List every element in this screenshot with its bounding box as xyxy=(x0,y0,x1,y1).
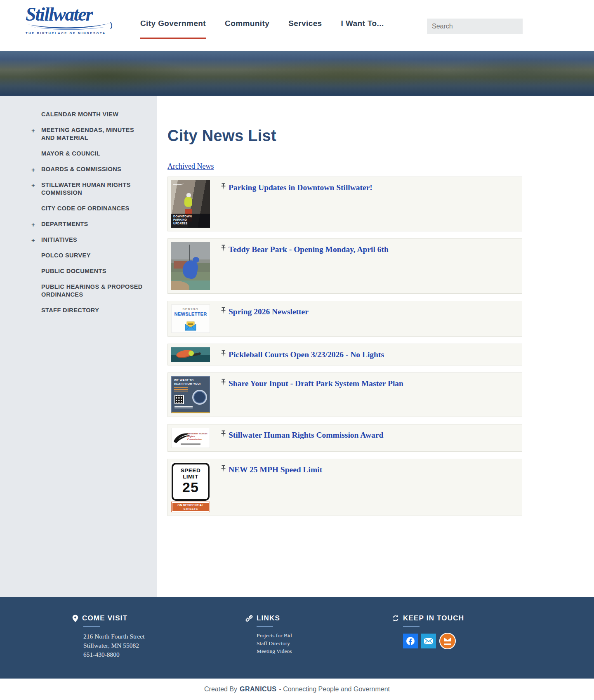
signup-text-lines xyxy=(444,643,451,646)
sidebar-item-boards-commissions[interactable]: +BOARDS & COMMISSIONS xyxy=(41,165,145,173)
site-header: Stillwater THE BIRTHPLACE OF MINNESOTA C… xyxy=(0,0,594,51)
thumb-worker xyxy=(184,197,192,207)
come-visit-heading: COME VISIT xyxy=(82,614,127,622)
heading-accent xyxy=(257,626,273,627)
thumb-heading: WE WANT TO HEAR FROM YOU! xyxy=(174,379,201,386)
envelope-icon xyxy=(184,321,197,331)
credits-tagline: - Connecting People and Government xyxy=(279,686,390,693)
location-pin-icon xyxy=(72,615,78,622)
thumb-subtext-line xyxy=(181,443,200,445)
thumb-logo-swoosh xyxy=(173,182,184,185)
sidebar-item-city-code[interactable]: CITY CODE OF ORDINANCES xyxy=(41,205,145,212)
sidebar-item-human-rights-commission[interactable]: +STILLWATER HUMAN RIGHTS COMMISSION xyxy=(41,181,145,197)
strip-text: ON RESIDENTIAL STREETS xyxy=(171,503,210,511)
news-thumbnail-human-rights-award[interactable]: Stillwater Human Rights Commission xyxy=(171,428,210,448)
news-thumbnail-teddy-bear-park[interactable] xyxy=(171,242,210,290)
thumb-footnote-lines xyxy=(174,406,193,410)
thumb-helmet xyxy=(186,193,191,197)
pushpin-icon xyxy=(221,379,226,387)
thumb-subtext-lines xyxy=(174,387,188,392)
hero-banner-image xyxy=(0,51,594,96)
keep-in-touch-heading: KEEP IN TOUCH xyxy=(403,614,464,622)
search-input[interactable] xyxy=(427,23,522,30)
footer-keep-in-touch: KEEP IN TOUCH xyxy=(392,614,594,679)
pushpin-icon xyxy=(221,350,226,358)
heading-accent xyxy=(83,626,100,627)
news-thumbnail-park-master-plan[interactable]: WE WANT TO HEAR FROM YOU! xyxy=(171,376,210,413)
social-icons xyxy=(403,633,594,649)
email-signup-icon[interactable] xyxy=(439,633,456,649)
news-title-link[interactable]: NEW 25 MPH Speed Limit xyxy=(229,465,322,474)
news-body: Spring 2026 Newsletter xyxy=(210,304,309,333)
expand-plus-icon[interactable]: + xyxy=(31,166,35,174)
nav-city-government[interactable]: City Government xyxy=(140,19,206,33)
news-title-link[interactable]: Share Your Input - Draft Park System Mas… xyxy=(229,379,403,388)
sign-number: 25 xyxy=(173,480,208,495)
main-content: City News List Archived News DOWNTOWN PA… xyxy=(157,96,594,597)
sidebar-item-label: MEETING AGENDAS, MINUTES AND MATERIAL xyxy=(41,127,134,141)
footer-link-meeting-videos[interactable]: Meeting Videos xyxy=(257,648,392,655)
thumb-ball xyxy=(189,351,194,356)
heading-accent xyxy=(403,626,420,627)
sidebar-item-calendar-month-view[interactable]: CALENDAR MONTH VIEW xyxy=(41,111,145,118)
facebook-icon[interactable] xyxy=(403,634,418,648)
news-title-link[interactable]: Stillwater Human Rights Commission Award xyxy=(229,430,383,440)
phone-number: 651-430-8800 xyxy=(83,650,245,659)
news-title-link[interactable]: Parking Updates in Downtown Stillwater! xyxy=(229,183,372,192)
sidebar-item-label: MAYOR & COUNCIL xyxy=(41,150,100,157)
news-thumbnail-parking-updates[interactable]: DOWNTOWN PARKING UPDATES xyxy=(171,180,210,228)
address-line: Stillwater, MN 55082 xyxy=(83,641,245,650)
primary-nav: City Government Community Services I Wan… xyxy=(140,19,384,33)
stillwater-logo[interactable]: Stillwater THE BIRTHPLACE OF MINNESOTA xyxy=(26,5,120,35)
news-thumbnail-spring-newsletter[interactable]: SPRING NEWSLETTER xyxy=(171,304,210,333)
email-icon[interactable] xyxy=(421,634,436,648)
logo-tagline: THE BIRTHPLACE OF MINNESOTA xyxy=(26,31,120,35)
expand-plus-icon[interactable]: + xyxy=(31,236,35,244)
sidebar-item-meeting-agendas[interactable]: +MEETING AGENDAS, MINUTES AND MATERIAL xyxy=(41,126,145,142)
sidebar-item-mayor-council[interactable]: MAYOR & COUNCIL xyxy=(41,150,145,158)
created-by-text: Created By xyxy=(204,686,237,693)
sidebar-item-public-documents[interactable]: PUBLIC DOCUMENTS xyxy=(41,267,145,275)
search-box xyxy=(427,19,523,34)
nav-community[interactable]: Community xyxy=(225,19,269,33)
sidebar-item-label: STILLWATER HUMAN RIGHTS COMMISSION xyxy=(41,181,131,196)
page-title: City News List xyxy=(167,127,522,145)
thumb-path xyxy=(171,281,189,290)
thumb-seal-logo xyxy=(192,390,207,405)
address-line: 216 North Fourth Street xyxy=(83,632,245,641)
news-thumbnail-pickleball[interactable] xyxy=(171,347,210,362)
sidebar-item-label: DEPARTMENTS xyxy=(41,221,88,227)
sidebar-item-departments[interactable]: +DEPARTMENTS xyxy=(41,220,145,228)
pushpin-icon xyxy=(221,465,226,473)
sidebar-item-initiatives[interactable]: +INITIATIVES xyxy=(41,236,145,244)
news-title-link[interactable]: Pickleball Courts Open 3/23/2026 - No Li… xyxy=(229,350,384,359)
expand-plus-icon[interactable]: + xyxy=(31,181,35,189)
news-body: Share Your Input - Draft Park System Mas… xyxy=(210,376,403,413)
footer-link-staff-directory[interactable]: Staff Directory xyxy=(257,640,392,648)
page-body: CALENDAR MONTH VIEW +MEETING AGENDAS, MI… xyxy=(0,96,594,597)
sidebar-item-public-hearings[interactable]: PUBLIC HEARINGS & PROPOSED ORDINANCES xyxy=(41,283,145,299)
news-thumbnail-speed-limit[interactable]: SPEED LIMIT 25 ON RESIDENTIAL STREETS xyxy=(171,462,210,512)
sidebar-item-label: INITIATIVES xyxy=(41,236,77,243)
news-item: SPRING NEWSLETTER Spring 2026 Newsl xyxy=(167,301,522,337)
expand-plus-icon[interactable]: + xyxy=(31,127,35,134)
expand-plus-icon[interactable]: + xyxy=(31,221,35,229)
news-title-link[interactable]: Spring 2026 Newsletter xyxy=(229,307,309,316)
link-icon xyxy=(245,615,253,622)
sign-text: SPEED LIMIT xyxy=(173,467,208,480)
sidebar-item-staff-directory[interactable]: STAFF DIRECTORY xyxy=(41,306,145,314)
pushpin-icon xyxy=(221,307,226,315)
news-body: NEW 25 MPH Speed Limit xyxy=(210,462,322,512)
footer-links: LINKS Projects for Bid Staff Directory M… xyxy=(245,614,392,679)
thumb-newsletter-label: NEWSLETTER xyxy=(172,311,210,316)
thumb-spring-label: SPRING xyxy=(172,307,210,311)
sidebar-item-polco-survey[interactable]: POLCO SURVEY xyxy=(41,252,145,259)
thumb-caption: Stillwater Human Rights Commission xyxy=(187,432,210,441)
granicus-link[interactable]: GRANICUS xyxy=(240,686,276,693)
sidebar-item-label: STAFF DIRECTORY xyxy=(41,307,99,313)
nav-i-want-to[interactable]: I Want To... xyxy=(341,19,384,33)
news-title-link[interactable]: Teddy Bear Park - Opening Monday, April … xyxy=(229,245,389,254)
footer-link-projects-for-bid[interactable]: Projects for Bid xyxy=(257,632,392,640)
archived-news-link[interactable]: Archived News xyxy=(167,162,214,171)
nav-services[interactable]: Services xyxy=(288,19,322,33)
